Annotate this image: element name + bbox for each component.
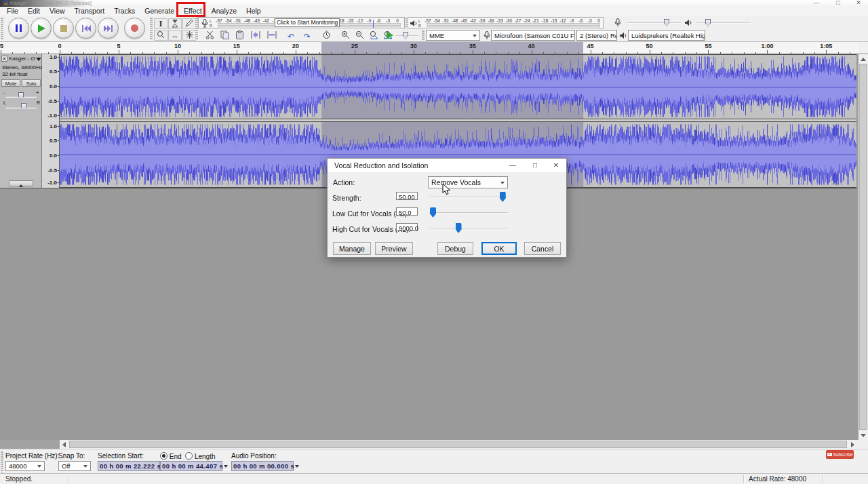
track-menu-icon[interactable] (36, 58, 41, 64)
toolbar-grip[interactable] (422, 30, 425, 41)
cut-button[interactable] (203, 31, 216, 41)
copy-button[interactable] (218, 31, 231, 41)
pan-slider-thumb[interactable] (21, 103, 26, 110)
play-at-speed-button[interactable] (387, 31, 393, 39)
playback-speed-thumb[interactable] (403, 32, 408, 39)
multi-tool[interactable] (182, 30, 196, 41)
track-control-panel[interactable]: ✕ Kasger - O Stereo, 48000Hz 32-bit floa… (0, 54, 42, 188)
length-radio[interactable] (185, 452, 193, 460)
recording-volume-slider[interactable] (627, 22, 682, 24)
trim-audio-button[interactable] (250, 31, 262, 41)
vertical-ruler[interactable]: 1.00.50.0-0.5-1.01.00.50.0-0.5-1.0 (42, 54, 60, 188)
subscribe-button[interactable]: Subscribe (826, 450, 854, 459)
recording-channels-dropdown[interactable]: 2 (Stereo) Recor (576, 30, 617, 41)
silence-audio-button[interactable] (266, 31, 278, 41)
dialog-close-button[interactable]: ✕ (546, 159, 566, 172)
dialog-minimize-button[interactable]: — (502, 159, 523, 172)
sync-lock-button[interactable] (320, 31, 332, 41)
track-close-button[interactable]: ✕ (1, 56, 7, 62)
preview-button[interactable]: Preview (375, 242, 413, 255)
scale-tick (58, 71, 59, 72)
skip-start-button[interactable] (75, 18, 96, 39)
low-cut-input[interactable]: 50.0 (396, 207, 418, 216)
toolbar-grip[interactable] (406, 17, 408, 28)
stop-button[interactable] (53, 18, 74, 39)
paste-button[interactable] (233, 31, 245, 41)
action-dropdown[interactable]: Remove Vocals (428, 176, 508, 188)
timeline-ruler[interactable]: -505101520253035404550551:001:05 (0, 42, 859, 54)
menu-item-transport[interactable]: Transport (70, 7, 110, 16)
strength-slider[interactable] (429, 197, 508, 198)
zoom-selection-button[interactable] (368, 31, 380, 41)
dialog-maximize-button[interactable]: □ (525, 159, 545, 172)
menu-item-help[interactable]: Help (241, 7, 266, 16)
strength-input[interactable]: 50.00 (396, 192, 418, 200)
recording-device-dropdown[interactable]: Microfoon (Samson C01U F (491, 30, 575, 41)
scroll-left-button[interactable] (60, 440, 68, 449)
menu-item-view[interactable]: View (45, 7, 70, 16)
menu-item-file[interactable]: File (2, 7, 23, 16)
selection-tool[interactable]: I (154, 18, 167, 29)
recording-volume-thumb[interactable] (664, 19, 669, 26)
meter-tick: -15 (347, 18, 353, 23)
high-cut-input[interactable]: 9000.0 (396, 223, 418, 231)
play-button[interactable] (31, 18, 52, 39)
menu-item-tracks[interactable]: Tracks (109, 7, 140, 16)
toolbar-grip[interactable] (150, 17, 153, 40)
mute-button[interactable]: Mute (1, 79, 20, 87)
scroll-down-button[interactable] (859, 430, 868, 440)
ruler-tick (213, 52, 214, 54)
vertical-scroll-thumb[interactable] (859, 64, 867, 430)
playback-meter[interactable]: L R -57-54-51-48-45-42-39-36-33-30-27-24… (407, 17, 604, 28)
ok-button[interactable]: OK (481, 242, 517, 255)
high-cut-slider-thumb[interactable] (456, 223, 462, 233)
selection-start-field[interactable]: 00 h 00 m 22.222 s (98, 461, 160, 471)
track-name[interactable]: Kasger - O (9, 56, 36, 62)
menu-item-generate[interactable]: Generate (140, 7, 179, 16)
audio-position-field[interactable]: 00 h 00 m 00.000 s (231, 461, 294, 471)
audio-host-dropdown[interactable]: MME (426, 30, 480, 41)
menu-item-edit[interactable]: Edit (23, 7, 45, 16)
window-maximize-button[interactable]: □ (830, 0, 846, 7)
selection-end-field[interactable]: 00 h 00 m 44.407 s (160, 461, 222, 471)
scroll-up-button[interactable] (859, 54, 868, 64)
zoom-tool[interactable] (154, 30, 167, 41)
undo-button[interactable]: ↶ (285, 31, 297, 41)
strength-slider-thumb[interactable] (500, 192, 506, 202)
manage-button[interactable]: Manage (333, 242, 371, 255)
playback-volume-slider[interactable] (696, 22, 751, 24)
skip-end-button[interactable] (98, 18, 119, 39)
low-cut-slider-thumb[interactable] (430, 207, 436, 218)
project-rate-dropdown[interactable]: 48000 (5, 461, 45, 471)
solo-button[interactable]: Solo (22, 79, 41, 87)
horizontal-scroll-thumb[interactable] (69, 441, 847, 448)
draw-tool[interactable] (182, 18, 196, 29)
dialog-title-bar[interactable]: Vocal Reduction and Isolation — □ ✕ (328, 159, 566, 172)
menu-item-analyze[interactable]: Analyze (207, 7, 241, 16)
record-button[interactable] (124, 18, 145, 39)
window-minimize-button[interactable]: — (808, 0, 825, 7)
debug-button[interactable]: Debug (437, 242, 473, 255)
redo-button[interactable]: ↷ (301, 31, 313, 41)
high-cut-slider[interactable] (429, 228, 508, 229)
playback-device-dropdown[interactable]: Luidsprekers (Realtek High (628, 30, 705, 41)
low-cut-slider[interactable] (429, 212, 508, 214)
playback-volume-thumb[interactable] (705, 19, 711, 26)
timeshift-tool[interactable]: ↔ (168, 30, 182, 41)
snap-to-dropdown[interactable]: Off (58, 461, 91, 471)
end-radio[interactable] (160, 452, 167, 460)
window-close-button[interactable]: ✕ (850, 0, 867, 7)
zoom-in-button[interactable] (339, 31, 351, 41)
pause-button[interactable] (8, 18, 29, 39)
vertical-scrollbar[interactable] (859, 54, 868, 440)
horizontal-scrollbar[interactable] (68, 440, 848, 449)
gain-slider-thumb[interactable] (18, 92, 24, 100)
envelope-tool[interactable] (168, 18, 182, 29)
toolbar-grip[interactable] (1, 17, 3, 40)
cancel-button[interactable]: Cancel (524, 242, 561, 255)
scale-value: 1.0 (50, 54, 57, 60)
scroll-right-button[interactable] (848, 440, 857, 449)
track-collapse-button[interactable] (9, 180, 33, 186)
zoom-out-button[interactable] (353, 31, 366, 41)
toolbar-grip[interactable] (1, 451, 3, 472)
